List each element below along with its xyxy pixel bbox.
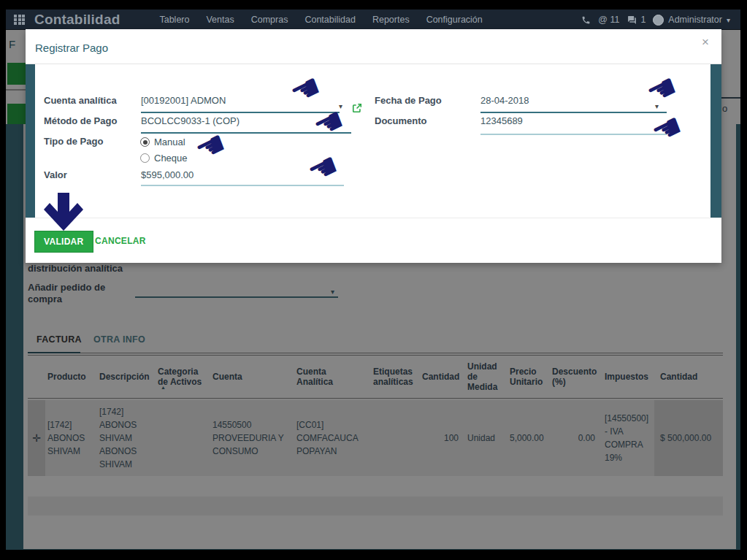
radio-cheque-label[interactable]: Cheque: [154, 153, 188, 164]
close-icon[interactable]: ×: [702, 35, 709, 50]
app-title[interactable]: Contabilidad: [34, 12, 120, 28]
fecha-pago-value[interactable]: 28-04-2018: [480, 95, 529, 106]
valor-label: Valor: [44, 169, 67, 180]
menu-item-ventas[interactable]: Ventas: [206, 15, 234, 25]
top-navbar: Contabilidad Tablero Ventas Compras Cont…: [6, 9, 740, 30]
mention-counter[interactable]: @ 11: [598, 15, 619, 25]
cancel-button[interactable]: CANCELAR: [95, 236, 146, 246]
main-menu: Tablero Ventas Compras Contabilidad Repo…: [159, 15, 482, 25]
metodo-pago-label: Método de Pago: [44, 115, 117, 126]
chevron-down-icon: ▾: [727, 16, 730, 24]
apps-grid-icon[interactable]: [14, 15, 25, 25]
chat-icon: [627, 15, 637, 25]
radio-manual[interactable]: [140, 137, 150, 147]
documento-underline[interactable]: [480, 134, 667, 135]
valor-underline[interactable]: [141, 185, 344, 186]
phone-icon[interactable]: [581, 15, 591, 25]
avatar: [653, 15, 664, 26]
valor-value[interactable]: $595,000.00: [141, 169, 194, 180]
fecha-pago-label: Fecha de Pago: [375, 95, 442, 106]
menu-item-reportes[interactable]: Reportes: [372, 15, 410, 25]
divider: [26, 218, 721, 218]
register-payment-modal: Registrar Pago × Cuenta analítica [00192…: [26, 29, 721, 263]
radio-cheque[interactable]: [140, 153, 150, 163]
fecha-pago-underline[interactable]: [480, 112, 667, 113]
modal-left-accent-bar: [26, 64, 35, 218]
tipo-pago-label: Tipo de Pago: [44, 136, 103, 147]
user-menu[interactable]: Administrator ▾: [653, 15, 730, 26]
chevron-down-icon[interactable]: ▾: [339, 102, 342, 110]
divider: [26, 64, 721, 64]
user-name: Administrator: [668, 15, 722, 25]
radio-manual-label[interactable]: Manual: [154, 137, 185, 147]
modal-right-accent-bar: [710, 64, 721, 218]
documento-value[interactable]: 12345689: [480, 115, 523, 126]
cuenta-analitica-value[interactable]: [00192001] ADMON: [141, 95, 226, 106]
external-link-icon[interactable]: [352, 103, 362, 113]
chat-counter[interactable]: 1: [627, 15, 646, 25]
modal-title: Registrar Pago: [35, 42, 108, 54]
metodo-pago-value[interactable]: BCOLCC9033-1 (COP): [141, 115, 240, 126]
menu-item-configuracion[interactable]: Configuración: [426, 15, 483, 25]
down-arrow-annotation: [44, 193, 83, 235]
menu-item-compras[interactable]: Compras: [251, 15, 288, 25]
menu-item-tablero[interactable]: Tablero: [159, 15, 189, 25]
menu-item-contabilidad[interactable]: Contabilidad: [304, 15, 356, 25]
cuenta-analitica-label: Cuenta analítica: [44, 95, 117, 106]
documento-label: Documento: [375, 115, 427, 126]
